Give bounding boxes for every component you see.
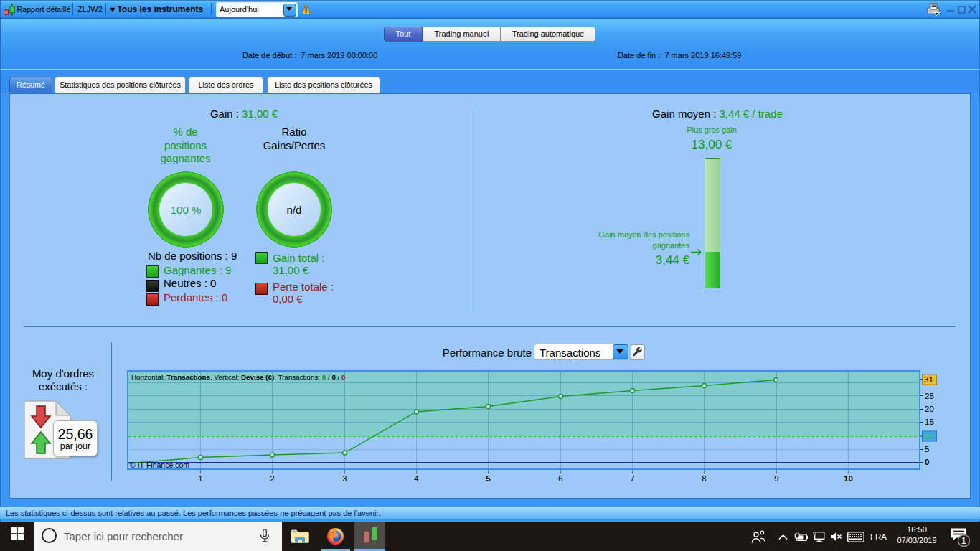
svg-text:1: 1: [198, 474, 202, 483]
svg-text:5: 5: [486, 474, 491, 483]
svg-text:9: 9: [774, 474, 778, 483]
svg-text:© IT-Finance.com: © IT-Finance.com: [130, 461, 189, 469]
svg-text:1: 1: [961, 536, 966, 546]
svg-text:7: 7: [630, 474, 634, 483]
svg-text:10: 10: [844, 474, 853, 483]
svg-text:20: 20: [925, 405, 934, 413]
svg-text:10: 10: [924, 432, 933, 441]
svg-text:15: 15: [925, 418, 934, 426]
svg-text:2: 2: [270, 474, 274, 483]
svg-text:6: 6: [558, 474, 562, 483]
svg-text:3: 3: [342, 474, 347, 483]
svg-text:Horizontal: Transactions, Vert: Horizontal: Transactions, Vertical: Devi…: [131, 373, 346, 381]
svg-text:31: 31: [924, 375, 933, 384]
svg-text:8: 8: [702, 474, 706, 483]
svg-text:0: 0: [925, 458, 929, 466]
svg-text:5: 5: [925, 445, 929, 453]
svg-text:25: 25: [925, 392, 934, 400]
svg-text:4: 4: [414, 474, 419, 483]
